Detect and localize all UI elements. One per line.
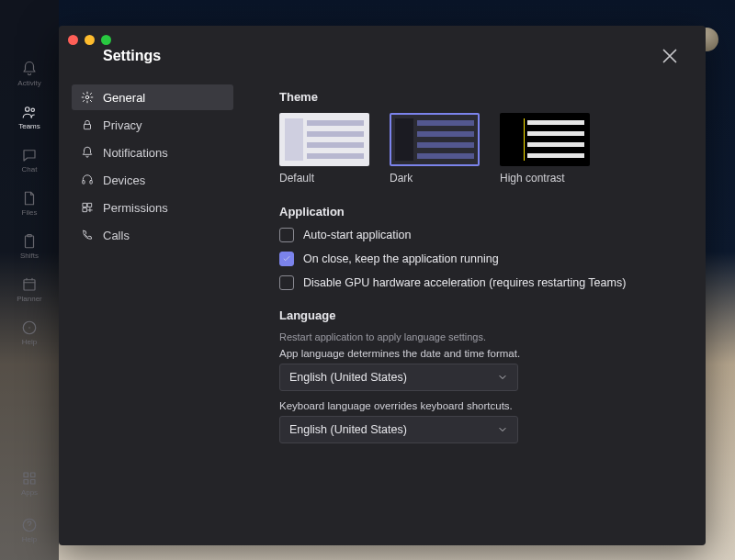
svg-rect-18 (88, 203, 92, 207)
nav-calls[interactable]: Calls (72, 222, 233, 248)
svg-rect-17 (83, 203, 86, 207)
svg-point-1 (31, 108, 34, 111)
check-autostart[interactable]: Auto-start application (279, 228, 678, 242)
nav-label: Permissions (103, 201, 168, 215)
theme-label: Default (279, 172, 369, 185)
chevron-down-icon (497, 372, 508, 383)
lock-icon (81, 118, 94, 131)
close-icon (658, 44, 682, 68)
checkbox[interactable] (279, 252, 294, 266)
rail-item-shifts[interactable]: Shifts (7, 230, 51, 263)
rail-item-label: Files (22, 208, 38, 217)
rail-item-label: Help (22, 338, 37, 346)
checkbox[interactable] (279, 275, 294, 290)
clipboard-icon (21, 233, 38, 250)
svg-point-6 (28, 327, 30, 329)
check-label: Disable GPU hardware acceleration (requi… (303, 276, 626, 289)
rail-item-chat[interactable]: Chat (7, 143, 51, 177)
people-icon (21, 104, 38, 120)
app-rail: Activity Teams Chat Files Shifts Planner… (0, 0, 59, 560)
rail-item-apps[interactable]: Apps (7, 466, 51, 500)
check-keep-running[interactable]: On close, keep the application running (279, 252, 678, 266)
rail-item-help-bottom[interactable]: Help (7, 513, 51, 547)
keyboard-language-helper: Keyboard language overrides keyboard sho… (279, 400, 678, 411)
check-label: Auto-start application (303, 229, 411, 241)
svg-rect-14 (85, 124, 91, 129)
file-icon (21, 190, 38, 207)
gear-icon (81, 91, 94, 104)
svg-rect-16 (90, 181, 92, 185)
theme-option-high-contrast[interactable]: High contrast (500, 113, 590, 185)
svg-point-12 (29, 528, 30, 529)
app-language-select[interactable]: English (United States) (279, 364, 518, 391)
settings-modal: Settings General Privacy Notifications D… (59, 26, 706, 545)
permissions-icon (81, 201, 94, 214)
rail-item-help[interactable]: Help (7, 316, 51, 350)
rail-item-label: Apps (21, 488, 38, 497)
settings-nav: General Privacy Notifications Devices Pe… (59, 81, 233, 545)
rail-item-label: Chat (22, 165, 38, 174)
rail-item-planner[interactable]: Planner (7, 273, 51, 307)
traffic-maximize[interactable] (101, 35, 111, 45)
svg-rect-10 (31, 480, 36, 485)
rail-item-label: Help (22, 535, 37, 543)
nav-privacy[interactable]: Privacy (72, 112, 233, 138)
nav-label: Calls (103, 229, 130, 242)
svg-rect-8 (31, 473, 36, 477)
theme-label: High contrast (500, 172, 590, 185)
theme-thumbnail-default (279, 113, 369, 166)
select-value: English (United States) (289, 371, 407, 384)
check-disable-gpu[interactable]: Disable GPU hardware acceleration (requi… (279, 275, 678, 290)
window-controls (68, 35, 111, 45)
help-circle-icon (21, 517, 38, 533)
rail-item-label: Shifts (20, 252, 39, 260)
traffic-close[interactable] (68, 35, 78, 45)
theme-thumbnail-high-contrast (500, 113, 590, 166)
svg-point-13 (85, 95, 89, 99)
chat-icon (21, 147, 38, 163)
theme-thumbnail-dark (390, 113, 480, 166)
nav-label: Notifications (103, 146, 168, 160)
check-icon (282, 254, 291, 263)
planner-icon (21, 276, 38, 293)
settings-panel: Theme Default Dark High contrast Applica… (233, 81, 706, 545)
headset-icon (81, 174, 94, 186)
rail-item-activity[interactable]: Activity (7, 57, 51, 91)
settings-title: Settings (103, 48, 161, 64)
svg-rect-9 (24, 480, 28, 485)
traffic-minimize[interactable] (85, 35, 95, 45)
rail-item-teams[interactable]: Teams (7, 100, 51, 134)
bell-icon (21, 61, 38, 77)
theme-section-title: Theme (279, 90, 678, 104)
apps-icon (21, 470, 38, 487)
close-button[interactable] (658, 44, 682, 68)
nav-devices[interactable]: Devices (72, 167, 233, 193)
check-label: On close, keep the application running (303, 252, 499, 265)
nav-label: General (103, 91, 145, 105)
theme-label: Dark (390, 172, 480, 185)
svg-rect-7 (24, 473, 28, 477)
application-section-title: Application (279, 205, 678, 218)
bell-icon (81, 146, 94, 159)
svg-rect-19 (83, 208, 86, 212)
rail-item-files[interactable]: Files (7, 186, 51, 220)
select-value: English (United States) (289, 423, 407, 436)
nav-general[interactable]: General (72, 84, 233, 110)
rail-item-label: Planner (17, 295, 42, 303)
nav-permissions[interactable]: Permissions (72, 195, 233, 220)
language-section-title: Language (279, 308, 678, 322)
checkbox[interactable] (279, 228, 294, 242)
keyboard-language-select[interactable]: English (United States) (279, 416, 518, 443)
rail-item-label: Activity (17, 79, 40, 87)
nav-notifications[interactable]: Notifications (72, 140, 233, 165)
phone-icon (81, 229, 94, 241)
chevron-down-icon (497, 424, 508, 435)
nav-label: Devices (103, 174, 145, 187)
theme-option-default[interactable]: Default (279, 113, 369, 185)
app-language-helper: App language determines the date and tim… (279, 348, 678, 359)
svg-point-0 (26, 107, 30, 112)
help-icon (21, 319, 38, 336)
theme-option-dark[interactable]: Dark (390, 113, 480, 185)
nav-label: Privacy (103, 118, 142, 132)
rail-item-label: Teams (18, 122, 40, 130)
